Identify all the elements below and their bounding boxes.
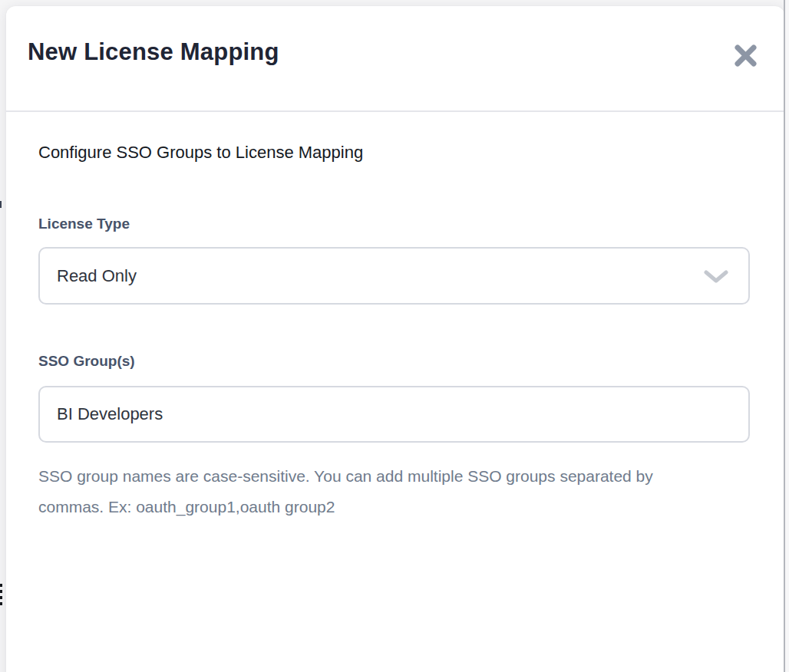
sso-groups-helper-text: SSO group names are case-sensitive. You … [38, 461, 683, 522]
x-icon [734, 44, 758, 68]
screen: New License Mapping Configure SSO Groups… [0, 0, 789, 672]
dialog-title: New License Mapping [28, 38, 279, 66]
chevron-down-icon [704, 270, 728, 283]
page-edge-line [784, 0, 785, 672]
license-type-selected-value: Read Only [57, 266, 137, 286]
clipped-list-icon [0, 584, 3, 608]
license-type-select[interactable]: Read Only [38, 247, 750, 305]
sso-groups-label: SSO Group(s) [38, 353, 135, 370]
license-type-label: License Type [38, 216, 130, 232]
dialog-body: Configure SSO Groups to License Mapping … [6, 112, 784, 672]
new-license-mapping-dialog: New License Mapping Configure SSO Groups… [6, 6, 784, 672]
close-button[interactable] [731, 41, 759, 69]
page-edge-sliver [785, 0, 789, 672]
dialog-header: New License Mapping [6, 6, 784, 110]
config-description: Configure SSO Groups to License Mapping [38, 143, 363, 163]
sso-groups-input[interactable] [38, 386, 750, 443]
clipped-page-fragment [0, 201, 2, 208]
